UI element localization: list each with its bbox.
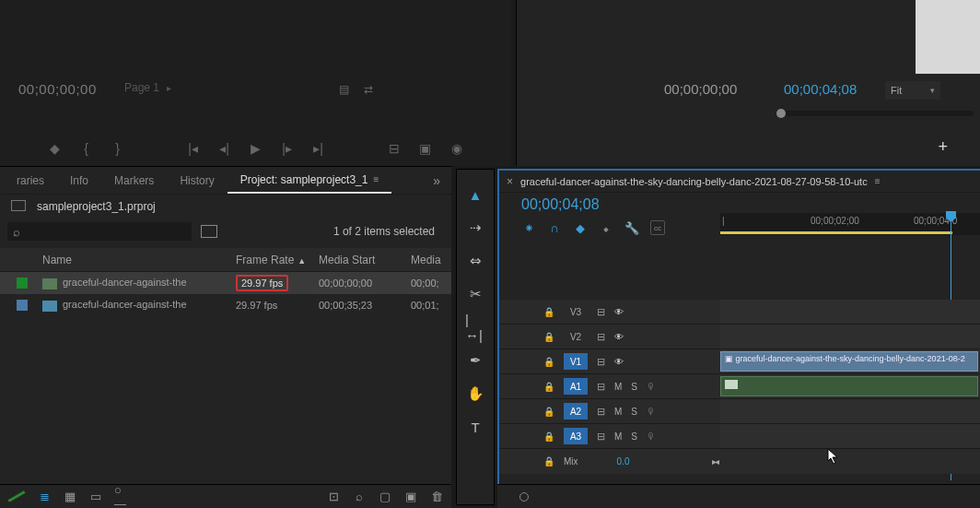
lock-icon[interactable]: 🔒 [543,407,554,417]
export-frame-icon[interactable]: ◉ [449,141,464,156]
solo-button[interactable]: S [631,431,637,442]
lock-icon[interactable]: 🔒 [543,456,554,467]
list-view-icon[interactable]: ≣ [37,490,52,504]
go-to-in-icon[interactable]: |◂ [186,141,201,156]
track-select-tool-icon[interactable]: ⇢ [465,218,485,238]
col-frame-rate[interactable]: Frame Rate▲ [230,254,313,266]
track-content[interactable] [720,424,980,448]
go-to-out-icon[interactable]: ▸| [311,141,326,156]
find-icon[interactable]: ⌕ [352,490,367,504]
lock-icon[interactable]: 🔒 [543,332,554,342]
mute-button[interactable]: M [614,382,622,392]
eye-icon[interactable]: 👁 [614,332,624,342]
program-scrubber[interactable] [780,111,974,116]
pencil-icon[interactable] [8,490,26,502]
program-zoom-dropdown[interactable]: Fit [885,81,940,100]
add-button-icon[interactable]: + [938,137,948,157]
track-content[interactable] [720,300,980,324]
timeline-ruler[interactable]: | 00;00;02;00 00;00;04;0 [720,213,980,235]
step-back-icon[interactable]: ◂| [217,141,232,156]
tab-project[interactable]: Project: sampleproject3_1≡ [228,167,392,194]
tab-history[interactable]: History [167,167,227,194]
in-point-icon[interactable]: { [79,141,94,156]
ripple-edit-tool-icon[interactable]: ⇔ [465,251,485,271]
tab-markers[interactable]: Markers [101,167,167,194]
add-marker-icon[interactable]: ◆ [573,220,588,235]
track-label[interactable]: V1 [564,353,588,370]
col-media-end[interactable]: Media [405,254,451,266]
new-item-icon[interactable]: ▣ [403,490,418,504]
new-bin-icon[interactable]: ▢ [378,490,392,504]
icon-view-icon[interactable]: ▦ [63,490,77,504]
lock-icon[interactable]: 🔒 [543,382,554,392]
track-content[interactable]: ▣ graceful-dancer-against-the-sky-dancin… [720,349,980,373]
color-label-green[interactable] [17,278,28,289]
pen-tool-icon[interactable]: ✒ [465,350,485,371]
track-label[interactable]: V2 [564,328,588,345]
new-bin-icon[interactable] [201,225,217,238]
sync-lock-icon[interactable]: ⊟ [597,331,605,343]
lock-icon[interactable]: 🔒 [543,307,554,317]
track-label[interactable]: V3 [564,303,588,320]
voiceover-icon[interactable]: 🎙 [647,431,656,442]
table-row[interactable]: graceful-dancer-against-the 29.97 fps 00… [0,272,451,294]
mute-button[interactable]: M [614,431,622,442]
mute-button[interactable]: M [614,407,622,417]
solo-button[interactable]: S [631,382,637,392]
overwrite-icon[interactable]: ▣ [418,141,433,156]
swap-icon[interactable]: ⇄ [364,83,373,96]
step-forward-icon[interactable]: |▸ [280,141,295,156]
panel-menu-icon[interactable]: ≡ [373,174,379,184]
sync-lock-icon[interactable]: ⊟ [597,431,605,443]
insert-icon[interactable]: ⊟ [387,141,402,156]
col-media-start[interactable]: Media Start [313,254,405,266]
captions-icon[interactable]: cc [650,220,665,235]
frame-rate-highlight[interactable]: 29.97 fps [236,275,288,291]
eye-icon[interactable]: 👁 [614,307,624,317]
sync-lock-icon[interactable]: ⊟ [597,356,605,368]
lock-icon[interactable]: 🔒 [543,431,554,442]
sync-lock-icon[interactable]: ⊟ [597,381,605,393]
wrench-icon[interactable]: 🔧 [624,220,639,235]
marker-icon[interactable]: ◆ [48,141,63,156]
sync-lock-icon[interactable]: ⊟ [597,306,605,318]
source-page-selector[interactable]: Page 1▸ [124,81,171,94]
timeline-settings-icon[interactable]: ⬥ [599,220,613,235]
sync-lock-icon[interactable]: ⊟ [597,406,605,418]
track-content[interactable] [720,399,980,423]
voiceover-icon[interactable]: 🎙 [647,382,656,392]
table-row[interactable]: graceful-dancer-against-the 29.97 fps 00… [0,294,451,316]
io-icon[interactable]: ▸◂ [712,456,718,467]
eye-icon[interactable]: 👁 [614,357,624,367]
color-label-blue[interactable] [17,300,28,311]
track-content[interactable] [720,374,980,398]
expand-panel-icon[interactable]: » [426,173,448,188]
razor-tool-icon[interactable]: ✂ [465,284,485,304]
mix-value[interactable]: 0.0 [617,456,630,467]
selection-tool-icon[interactable]: ▲ [465,184,485,205]
track-label[interactable]: A3 [564,428,588,444]
list-icon[interactable]: ▤ [339,83,349,96]
work-area-bar[interactable] [720,231,952,234]
track-label[interactable]: A1 [564,378,588,395]
zoom-out-icon[interactable] [519,492,529,502]
tab-info[interactable]: Info [57,167,101,194]
audio-clip[interactable] [720,376,978,396]
type-tool-icon[interactable]: T [465,417,485,437]
search-input[interactable] [7,222,192,241]
col-name[interactable]: Name [37,254,230,266]
panel-menu-icon[interactable]: ≡ [875,176,881,186]
slip-tool-icon[interactable]: |↔| [465,317,485,337]
auto-match-icon[interactable]: ⊡ [326,490,341,504]
zoom-slider-icon[interactable]: ○— [114,490,129,504]
track-label[interactable]: A2 [564,403,588,419]
out-point-icon[interactable]: } [111,141,125,156]
linked-selection-icon[interactable]: ∩ [547,220,562,235]
hand-tool-icon[interactable]: ✋ [465,384,485,404]
voiceover-icon[interactable]: 🎙 [647,407,656,417]
solo-button[interactable]: S [631,407,637,417]
trash-icon[interactable]: 🗑 [429,490,444,504]
freeform-view-icon[interactable]: ▭ [88,490,103,504]
close-tab-icon[interactable]: × [507,175,513,188]
lock-icon[interactable]: 🔒 [543,357,554,367]
